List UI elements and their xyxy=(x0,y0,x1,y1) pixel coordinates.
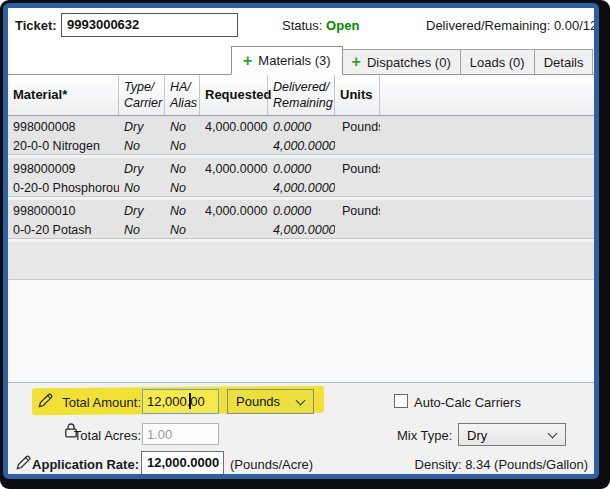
add-dispatch-icon[interactable]: + xyxy=(352,55,361,69)
material-id: 998000010 xyxy=(13,202,116,221)
remaining-value: 4,000.0000 xyxy=(273,179,332,198)
tab-loads-label: Loads (0) xyxy=(470,55,525,70)
delivered-value: 0.0000 xyxy=(273,118,332,137)
material-row-3[interactable]: 998000010 0-0-20 Potash Dry No No No 4,0… xyxy=(8,200,594,242)
ha-value: No xyxy=(170,160,197,179)
cell-filler xyxy=(380,116,594,158)
total-acres-input[interactable]: 1.00 xyxy=(142,423,219,445)
cell-requested: 4,000.0000 xyxy=(200,200,268,242)
tab-dispatches[interactable]: + Dispatches (0) xyxy=(342,49,461,75)
remaining-value: 4,000.0000 xyxy=(273,221,332,240)
carrier-value: No xyxy=(124,221,162,240)
material-row-2[interactable]: 998000009 0-20-0 Phosphorous Dry No No N… xyxy=(8,158,594,200)
cell-ha-alias: No No xyxy=(165,158,200,200)
materials-grid: Material* Type/ Carrier HA/ Alias Reques… xyxy=(8,74,594,382)
tab-dispatches-label: Dispatches (0) xyxy=(367,55,451,70)
window-blue-border: Ticket: 9993000632 Status: Open Delivere… xyxy=(3,3,599,479)
type-carrier-line2: Carrier xyxy=(124,95,161,111)
cell-type-carrier: Dry No xyxy=(119,116,165,158)
mix-type-label: Mix Type: xyxy=(397,428,452,443)
ha-value: No xyxy=(170,202,197,221)
cell-requested: 4,000.0000 xyxy=(200,116,268,158)
tab-list: + Materials (3) + Dispatches (0) Loads (… xyxy=(232,46,593,75)
application-rate-label: Application Rate: xyxy=(24,457,139,472)
column-header-ha-alias[interactable]: HA/ Alias xyxy=(165,75,200,115)
cell-units: Pounds xyxy=(335,116,380,158)
type-value: Dry xyxy=(124,160,162,179)
tab-materials-label: Materials (3) xyxy=(258,53,330,68)
auto-calc-carriers-label: Auto-Calc Carriers xyxy=(414,395,521,410)
type-value: Dry xyxy=(124,202,162,221)
cell-material: 998000010 0-0-20 Potash xyxy=(8,200,119,242)
total-acres-label: Total Acres: xyxy=(68,428,141,443)
column-header-requested[interactable]: Requested xyxy=(200,75,268,115)
cell-delivered-remaining: 0.0000 4,000.0000 xyxy=(268,116,335,158)
total-amount-label: Total Amount: xyxy=(48,395,141,410)
screenshot-root: Ticket: 9993000632 Status: Open Delivere… xyxy=(0,0,610,489)
material-name: 20-0-0 Nitrogen xyxy=(13,137,116,156)
cell-delivered-remaining: 0.0000 4,000.0000 xyxy=(268,200,335,242)
cell-filler xyxy=(380,158,594,200)
cell-material: 998000008 20-0-0 Nitrogen xyxy=(8,116,119,158)
grid-empty-row[interactable] xyxy=(8,242,594,280)
remaining-value: 4,000.0000 xyxy=(273,137,332,156)
column-header-filler xyxy=(380,75,594,115)
material-id: 998000008 xyxy=(13,118,116,137)
column-header-units[interactable]: Units xyxy=(335,75,380,115)
status-text: Status: Open xyxy=(282,18,359,33)
cell-ha-alias: No No xyxy=(165,116,200,158)
delivered-remaining-text: Delivered/Remaining: 0.00/12 xyxy=(426,18,594,33)
window-outer-frame: Ticket: 9993000632 Status: Open Delivere… xyxy=(0,0,610,489)
ha-alias-line2: Alias xyxy=(170,95,196,111)
tab-details[interactable]: Details xyxy=(534,49,594,75)
cell-units: Pounds xyxy=(335,200,380,242)
cell-filler xyxy=(380,200,594,242)
ticket-label: Ticket: xyxy=(15,18,57,33)
auto-calc-carriers-checkbox[interactable] xyxy=(394,394,408,408)
material-id: 998000009 xyxy=(13,160,116,179)
material-row-1[interactable]: 998000008 20-0-0 Nitrogen Dry No No No 4… xyxy=(8,116,594,158)
status-label: Status: xyxy=(282,18,322,33)
delivered-line2: Remaining xyxy=(273,95,331,111)
column-header-material[interactable]: Material* xyxy=(8,75,119,115)
cell-type-carrier: Dry No xyxy=(119,158,165,200)
alias-value: No xyxy=(170,221,197,240)
units-dropdown[interactable]: Pounds xyxy=(227,389,314,414)
tab-strip: + Materials (3) + Dispatches (0) Loads (… xyxy=(8,45,594,74)
delivered-line1: Delivered/ xyxy=(273,79,331,95)
carrier-value: No xyxy=(124,179,162,198)
density-text: Density: 8.34 (Pounds/Gallon) xyxy=(415,457,588,472)
column-header-delivered-remaining[interactable]: Delivered/ Remaining xyxy=(268,75,335,115)
ticket-window: Ticket: 9993000632 Status: Open Delivere… xyxy=(8,8,594,474)
text-caret xyxy=(189,393,191,409)
add-material-icon[interactable]: + xyxy=(243,54,252,68)
cell-material: 998000009 0-20-0 Phosphorous xyxy=(8,158,119,200)
type-value: Dry xyxy=(124,118,162,137)
alias-value: No xyxy=(170,137,197,156)
material-name: 0-0-20 Potash xyxy=(13,221,116,240)
mix-type-dropdown-value: Dry xyxy=(467,428,487,443)
cell-delivered-remaining: 0.0000 4,000.0000 xyxy=(268,158,335,200)
carrier-value: No xyxy=(124,137,162,156)
grid-header-row: Material* Type/ Carrier HA/ Alias Reques… xyxy=(8,75,594,116)
tab-materials[interactable]: + Materials (3) xyxy=(231,46,343,75)
chevron-down-icon xyxy=(296,396,306,406)
ticket-number-input[interactable]: 9993000632 xyxy=(61,13,238,37)
ha-alias-line1: HA/ xyxy=(170,79,196,95)
tab-details-label: Details xyxy=(544,55,584,70)
application-rate-units-label: (Pounds/Acre) xyxy=(230,457,313,472)
units-dropdown-value: Pounds xyxy=(236,394,280,409)
totals-panel: Total Amount: 12,000.00 Pounds Auto-Calc… xyxy=(8,382,594,474)
cell-ha-alias: No No xyxy=(165,200,200,242)
status-value: Open xyxy=(326,18,359,33)
total-amount-input[interactable]: 12,000.00 xyxy=(142,389,219,414)
delivered-value: 0.0000 xyxy=(273,202,332,221)
application-rate-input[interactable]: 12,000.0000 xyxy=(141,451,224,474)
chevron-down-icon xyxy=(548,429,558,439)
cell-requested: 4,000.0000 xyxy=(200,158,268,200)
mix-type-dropdown[interactable]: Dry xyxy=(458,423,566,446)
tab-loads[interactable]: Loads (0) xyxy=(460,49,535,75)
material-name: 0-20-0 Phosphorous xyxy=(13,179,116,198)
type-carrier-line1: Type/ xyxy=(124,79,161,95)
column-header-type-carrier[interactable]: Type/ Carrier xyxy=(119,75,165,115)
